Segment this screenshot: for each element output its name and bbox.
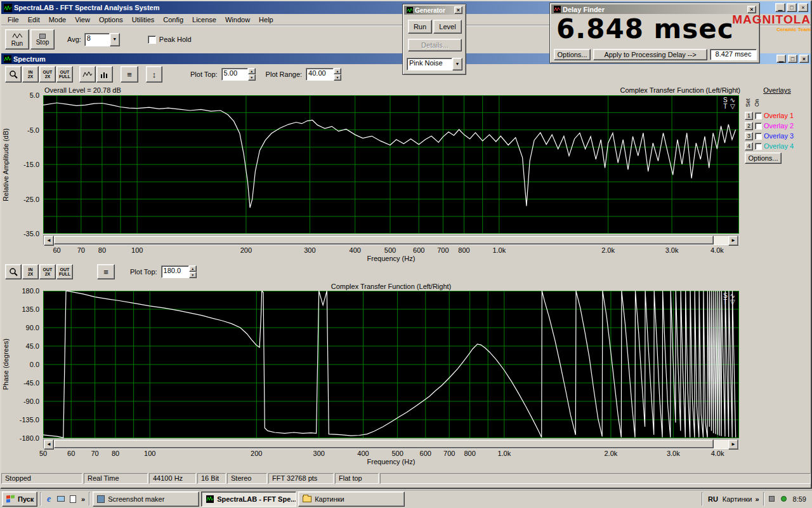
plot-range-field[interactable]: 40.00 bbox=[306, 68, 334, 81]
phase-zoom-out-2x-button[interactable]: OUT 2X bbox=[39, 264, 56, 279]
spectralab-task-icon bbox=[206, 495, 214, 503]
overlay-1-on-checkbox[interactable] bbox=[755, 112, 762, 119]
y-tick-label: 180.0 bbox=[22, 287, 39, 295]
generator-details-button[interactable]: Details... bbox=[408, 39, 462, 51]
zoom-out-2x-button[interactable]: OUT 2X bbox=[39, 66, 56, 83]
overlay-4-on-checkbox[interactable] bbox=[755, 143, 762, 150]
phase-scroll-left-button[interactable]: ◄ bbox=[44, 439, 54, 450]
menu-item-help[interactable]: Help bbox=[254, 15, 278, 25]
overlay-3-set-button[interactable]: 3 bbox=[745, 132, 753, 140]
menu-item-edit[interactable]: Edit bbox=[23, 15, 44, 25]
phase-x-tick-labels: 506070801002003004005006007008001.0k2.0k… bbox=[43, 450, 739, 458]
menu-item-config[interactable]: Config bbox=[159, 15, 188, 25]
quick-launch-desktop-icon[interactable] bbox=[56, 494, 66, 504]
applied-delay-field[interactable]: 8.427 msec bbox=[710, 49, 757, 60]
task-pictures-folder[interactable]: Картинки bbox=[298, 491, 405, 507]
stop-button[interactable]: Stop bbox=[30, 29, 55, 50]
tray-volume-icon[interactable] bbox=[767, 494, 777, 504]
autoscale-vertical-button[interactable]: ↕ bbox=[146, 66, 162, 83]
close-button[interactable]: × bbox=[798, 3, 808, 12]
grid-options-button[interactable]: ≡ bbox=[121, 66, 138, 83]
overlays-options-button[interactable]: Options... bbox=[745, 152, 782, 164]
phase-zoom-out-full-button[interactable]: OUT FULL bbox=[56, 264, 73, 279]
magnifier-icon bbox=[9, 267, 18, 276]
x-tick-label: 80 bbox=[112, 450, 119, 457]
generator-close-button[interactable]: × bbox=[454, 6, 462, 14]
menu-item-mode[interactable]: Mode bbox=[44, 15, 71, 25]
quick-launch-ie-icon[interactable]: e bbox=[44, 494, 54, 504]
spectrum-close-button[interactable]: × bbox=[799, 55, 809, 63]
x-tick-label: 2.0k bbox=[604, 450, 617, 457]
overlay-4-set-button[interactable]: 4 bbox=[745, 142, 753, 150]
amp-h-scrollbar[interactable]: ◄ ► bbox=[43, 235, 739, 245]
spectrum-maximize-button[interactable]: □ bbox=[788, 55, 797, 63]
taskbar-toolbar-chevron[interactable]: » bbox=[754, 495, 760, 503]
bar-display-button[interactable] bbox=[96, 66, 113, 83]
plot-top-spin-up[interactable]: ▲ bbox=[248, 68, 256, 74]
peak-hold-checkbox[interactable] bbox=[148, 36, 156, 44]
spectrum-minimize-button[interactable]: ▁ bbox=[776, 55, 786, 63]
zoom-out-full-button[interactable]: OUT FULL bbox=[56, 66, 73, 83]
quick-launch-chevron[interactable]: » bbox=[80, 495, 86, 503]
avg-value-field[interactable]: 8 bbox=[84, 33, 110, 46]
x-tick-label: 800 bbox=[464, 450, 475, 457]
language-indicator[interactable]: RU bbox=[705, 495, 721, 504]
overlay-1-label: Overlay 1 bbox=[764, 112, 794, 119]
x-tick-label: 3.0k bbox=[665, 246, 679, 254]
x-tick-label: 700 bbox=[443, 450, 455, 457]
zoom-button[interactable] bbox=[5, 66, 22, 83]
clock[interactable]: 8:59 bbox=[791, 495, 810, 503]
overlays-title[interactable]: Overlays bbox=[743, 86, 811, 94]
plot-range-spin-down[interactable]: ▼ bbox=[334, 74, 341, 81]
generator-noise-dropdown-button[interactable]: ▼ bbox=[452, 58, 462, 70]
taskbar-divider bbox=[40, 492, 41, 506]
amp-scroll-right-button[interactable]: ► bbox=[728, 236, 738, 246]
amp-scroll-left-button[interactable]: ◄ bbox=[44, 236, 54, 246]
run-button[interactable]: Run bbox=[5, 29, 29, 50]
taskbar-toolbar-label[interactable]: Картинки bbox=[723, 495, 752, 503]
overlay-3-on-checkbox[interactable] bbox=[755, 133, 762, 140]
task-screenshot-maker[interactable]: Screenshot maker bbox=[93, 491, 199, 507]
phase-plot-top-field[interactable]: 180.0 bbox=[161, 265, 189, 278]
phase-plot-top-spin-up[interactable]: ▲ bbox=[189, 265, 197, 272]
run-label: Run bbox=[11, 40, 23, 47]
plot-top-spin-down[interactable]: ▼ bbox=[248, 74, 256, 81]
plot-range-spin-up[interactable]: ▲ bbox=[334, 68, 341, 74]
start-button[interactable]: Пуск bbox=[2, 491, 37, 507]
menu-item-options[interactable]: Options bbox=[95, 15, 128, 25]
phase-zoom-button[interactable] bbox=[5, 264, 22, 279]
zoom-in-2x-button[interactable]: IN 2X bbox=[22, 66, 39, 83]
menu-item-window[interactable]: Window bbox=[221, 15, 254, 25]
phase-zoom-in-2x-button[interactable]: IN 2X bbox=[22, 264, 39, 279]
phase-scroll-right-button[interactable]: ► bbox=[728, 439, 738, 450]
amp-scroll-thumb[interactable] bbox=[54, 236, 714, 244]
delay-finder-close-button[interactable]: × bbox=[747, 6, 756, 13]
generator-noise-combo[interactable]: Pink Noise ▼ bbox=[407, 58, 462, 70]
phase-h-scrollbar[interactable]: ◄ ► bbox=[43, 439, 739, 449]
avg-dropdown-button[interactable]: ▼ bbox=[110, 33, 120, 46]
generator-noise-value[interactable]: Pink Noise bbox=[407, 58, 452, 70]
menu-item-license[interactable]: License bbox=[188, 15, 221, 25]
plot-top-field[interactable]: 5.00 bbox=[221, 68, 248, 81]
menu-item-view[interactable]: View bbox=[70, 15, 95, 25]
line-display-button[interactable] bbox=[79, 66, 96, 83]
phase-grid-options-button[interactable]: ≡ bbox=[97, 264, 115, 279]
task-spectralab[interactable]: SpectraLAB - FFT Spe... bbox=[201, 491, 296, 507]
generator-level-button[interactable]: Level bbox=[433, 20, 462, 34]
status-fft-size: FFT 32768 pts bbox=[268, 473, 334, 484]
quick-launch-doc-icon[interactable] bbox=[68, 494, 78, 504]
overlay-1-set-button[interactable]: 1 bbox=[745, 112, 753, 120]
apply-processing-delay-button[interactable]: Apply to Processing Delay --> bbox=[593, 49, 707, 60]
menu-item-file[interactable]: File bbox=[3, 15, 23, 25]
menu-item-utilities[interactable]: Utilities bbox=[128, 15, 159, 25]
delay-options-button[interactable]: Options... bbox=[554, 49, 591, 60]
generator-run-button[interactable]: Run bbox=[408, 20, 432, 34]
overlay-2-set-button[interactable]: 2 bbox=[745, 122, 753, 130]
phase-scroll-thumb[interactable] bbox=[54, 439, 714, 448]
minimize-button[interactable]: ▁ bbox=[775, 3, 785, 12]
phase-plot-top-spin-down[interactable]: ▼ bbox=[189, 272, 197, 278]
x-tick-label: 50 bbox=[39, 450, 47, 457]
overlay-2-on-checkbox[interactable] bbox=[755, 123, 762, 130]
tray-status-icon[interactable] bbox=[779, 494, 789, 504]
maximize-button[interactable]: □ bbox=[787, 3, 797, 12]
